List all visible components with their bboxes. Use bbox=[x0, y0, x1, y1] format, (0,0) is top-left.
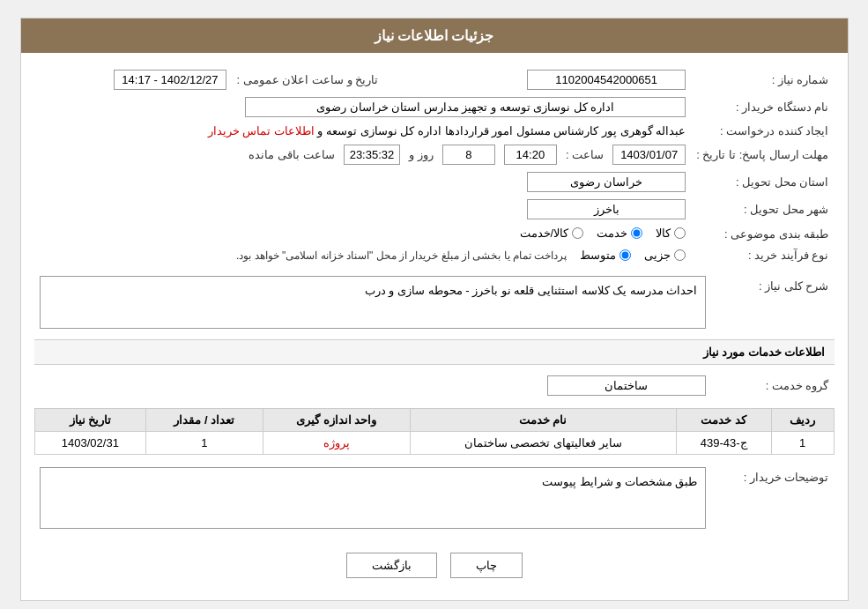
radio-motavaset[interactable]: متوسط bbox=[580, 249, 631, 262]
radio-kala-input[interactable] bbox=[674, 227, 686, 239]
radio-motavaset-input[interactable] bbox=[619, 249, 631, 261]
time-label: ساعت : bbox=[566, 148, 604, 161]
remaining-box: 23:35:32 bbox=[344, 145, 401, 165]
ostan-label: استان محل تحویل : bbox=[691, 168, 834, 196]
info-table: شماره نیاز : 1102004542000651 تاریخ و سا… bbox=[34, 66, 835, 265]
services-header-row: ردیف کد خدمت نام خدمت واحد اندازه گیری ت… bbox=[34, 409, 834, 432]
shahr-value: باخرز bbox=[34, 196, 692, 223]
spacer1 bbox=[383, 66, 419, 93]
page-title: جزئیات اطلاعات نیاز bbox=[375, 28, 494, 43]
radio-motavaset-label: متوسط bbox=[580, 249, 616, 262]
desc-value-cell: طبق مشخصات و شرایط پیوست bbox=[34, 464, 711, 532]
row-dasgah: نام دستگاه خریدار : اداره کل نوسازی توسع… bbox=[34, 93, 835, 121]
ijad-text: عبداله گوهری پور کارشناس مسئول امور قرار… bbox=[317, 124, 686, 137]
farayand-group: جزیی متوسط پرداخت تمام یا بخشی از مبلغ خ… bbox=[40, 249, 686, 262]
sharh-table: شرح کلی نیاز : احداث مدرسه یک کلاسه استث… bbox=[34, 272, 835, 332]
radio-khadmat[interactable]: خدمت bbox=[597, 227, 642, 240]
table-row: 1 ج-43-439 سایر فعالیتهای تخصصی ساختمان … bbox=[34, 432, 834, 455]
mohlet-value: 1403/01/07 ساعت : 14:20 8 روز و 23:35:32… bbox=[34, 141, 692, 168]
radio-kala-khadmat[interactable]: کالا/خدمت bbox=[520, 227, 584, 240]
cell-date: 1403/02/31 bbox=[34, 432, 146, 455]
shahr-box: باخرز bbox=[527, 199, 686, 219]
tabaqe-label: طبقه بندی موضوعی : bbox=[691, 223, 834, 245]
print-button[interactable]: چاپ bbox=[450, 553, 523, 578]
day-box: 8 bbox=[442, 145, 495, 165]
col-qty: تعداد / مقدار bbox=[146, 409, 263, 432]
goroh-label: گروه خدمت : bbox=[711, 372, 835, 399]
time-section: 1403/01/07 ساعت : 14:20 8 روز و 23:35:32… bbox=[40, 145, 686, 165]
row-mohlet: مهلت ارسال پاسخ: تا تاریخ : 1403/01/07 س… bbox=[34, 141, 835, 168]
radio-kala[interactable]: کالا bbox=[656, 227, 686, 240]
row-farayand: نوع فرآیند خرید : جزیی متوسط پرداخت تمام… bbox=[34, 245, 835, 265]
cell-qty: 1 bbox=[146, 432, 263, 455]
radio-khadmat-input[interactable] bbox=[631, 227, 642, 239]
goroh-table: گروه خدمت : ساختمان bbox=[34, 372, 835, 399]
farayand-label: نوع فرآیند خرید : bbox=[691, 245, 834, 265]
services-table: ردیف کد خدمت نام خدمت واحد اندازه گیری ت… bbox=[34, 408, 835, 455]
tarikh-elan-box: 1402/12/27 - 14:17 bbox=[114, 70, 226, 90]
radio-jozyi-input[interactable] bbox=[674, 249, 686, 261]
desc-label: توضیحات خریدار : bbox=[711, 464, 835, 532]
buttons-row: چاپ بازگشت bbox=[34, 539, 835, 587]
day-label: روز و bbox=[409, 148, 434, 161]
tabaqe-radio-group: کالا خدمت کالا/خدمت bbox=[520, 227, 686, 240]
row-shomara: شماره نیاز : 1102004542000651 تاریخ و سا… bbox=[34, 66, 835, 93]
ostan-box: خراسان رضوی bbox=[527, 172, 686, 192]
date-box: 1403/01/07 bbox=[612, 145, 686, 165]
sharh-box: احداث مدرسه یک کلاسه استثنایی قلعه نو با… bbox=[40, 276, 706, 329]
goroh-value-cell: ساختمان bbox=[34, 372, 711, 399]
sharh-text: احداث مدرسه یک کلاسه استثنایی قلعه نو با… bbox=[365, 284, 698, 297]
desc-text: طبق مشخصات و شرایط پیوست bbox=[542, 475, 697, 488]
goroh-row: گروه خدمت : ساختمان bbox=[34, 372, 835, 399]
cell-radif: 1 bbox=[771, 432, 834, 455]
radio-jozyi[interactable]: جزیی bbox=[644, 249, 686, 262]
radio-kala-khadmat-input[interactable] bbox=[572, 227, 583, 239]
ijad-value: عبداله گوهری پور کارشناس مسئول امور قرار… bbox=[34, 121, 692, 141]
col-unit: واحد اندازه گیری bbox=[263, 409, 410, 432]
radio-khadmat-label: خدمت bbox=[597, 227, 627, 240]
ijad-link[interactable]: اطلاعات تماس خریدار bbox=[208, 124, 315, 137]
tarikh-elan-value: 1402/12/27 - 14:17 bbox=[34, 66, 232, 93]
desc-row: توضیحات خریدار : طبق مشخصات و شرایط پیوس… bbox=[34, 464, 835, 532]
desc-box: طبق مشخصات و شرایط پیوست bbox=[40, 467, 706, 529]
radio-jozyi-label: جزیی bbox=[644, 249, 671, 262]
ostan-value: خراسان رضوی bbox=[34, 168, 692, 196]
farayand-options: جزیی متوسط پرداخت تمام یا بخشی از مبلغ خ… bbox=[34, 245, 692, 265]
farayand-note: پرداخت تمام یا بخشی از مبلغ خریدار از مح… bbox=[236, 249, 567, 262]
col-name: نام خدمت bbox=[410, 409, 676, 432]
row-shahr: شهر محل تحویل : باخرز bbox=[34, 196, 835, 223]
cell-code: ج-43-439 bbox=[676, 432, 771, 455]
time-box: 14:20 bbox=[504, 145, 557, 165]
col-radif: ردیف bbox=[771, 409, 834, 432]
tabaqe-options: کالا خدمت کالا/خدمت bbox=[34, 223, 692, 245]
content-area: شماره نیاز : 1102004542000651 تاریخ و سا… bbox=[21, 53, 848, 600]
goroh-box: ساختمان bbox=[547, 375, 706, 396]
services-thead: ردیف کد خدمت نام خدمت واحد اندازه گیری ت… bbox=[34, 409, 834, 432]
row-ijad: ایجاد کننده درخواست : عبداله گوهری پور ک… bbox=[34, 121, 835, 141]
row-tabaqe: طبقه بندی موضوعی : کالا خدمت bbox=[34, 223, 835, 245]
col-date: تاریخ نیاز bbox=[34, 409, 146, 432]
sharh-value-cell: احداث مدرسه یک کلاسه استثنایی قلعه نو با… bbox=[34, 272, 711, 332]
radio-kala-khadmat-label: کالا/خدمت bbox=[520, 227, 569, 240]
dasgah-value: اداره کل نوسازی توسعه و تجهیز مدارس استا… bbox=[34, 93, 692, 121]
dasgah-box: اداره کل نوسازی توسعه و تجهیز مدارس استا… bbox=[245, 97, 686, 117]
dasgah-label: نام دستگاه خریدار : bbox=[691, 93, 834, 121]
shomara-input: 1102004542000651 bbox=[527, 70, 686, 90]
shahr-label: شهر محل تحویل : bbox=[691, 196, 834, 223]
page-header: جزئیات اطلاعات نیاز bbox=[21, 19, 848, 53]
tarikh-elan-label: تاریخ و ساعت اعلان عمومی : bbox=[232, 66, 384, 93]
back-button[interactable]: بازگشت bbox=[346, 553, 437, 578]
main-container: جزئیات اطلاعات نیاز شماره نیاز : 1102004… bbox=[20, 18, 849, 601]
services-tbody: 1 ج-43-439 سایر فعالیتهای تخصصی ساختمان … bbox=[34, 432, 834, 455]
khadamat-section-title: اطلاعات خدمات مورد نیاز bbox=[34, 339, 835, 365]
shomara-label: شماره نیاز : bbox=[691, 66, 834, 93]
ijad-label: ایجاد کننده درخواست : bbox=[691, 121, 834, 141]
radio-kala-label: کالا bbox=[656, 227, 671, 240]
col-code: کد خدمت bbox=[676, 409, 771, 432]
row-ostan: استان محل تحویل : خراسان رضوی bbox=[34, 168, 835, 196]
cell-unit: پروژه bbox=[263, 432, 410, 455]
shomara-value: 1102004542000651 bbox=[419, 66, 691, 93]
mohlet-label: مهلت ارسال پاسخ: تا تاریخ : bbox=[691, 141, 834, 168]
desc-table: توضیحات خریدار : طبق مشخصات و شرایط پیوس… bbox=[34, 464, 835, 532]
cell-name: سایر فعالیتهای تخصصی ساختمان bbox=[410, 432, 676, 455]
